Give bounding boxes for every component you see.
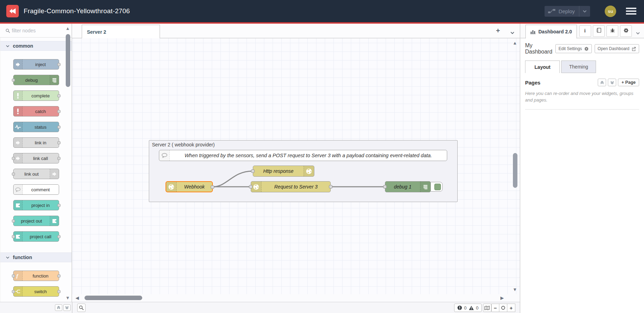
palette-node-catch[interactable]: catch	[13, 106, 59, 117]
scroll-right-arrow[interactable]: ▶	[500, 295, 504, 300]
sidebar-tabs-caret[interactable]	[636, 30, 640, 36]
input-port[interactable]	[383, 185, 387, 188]
pulse-icon	[14, 122, 23, 132]
palette-node-complete[interactable]: complete	[13, 90, 59, 101]
output-port[interactable]	[57, 63, 61, 66]
horizontal-scrollbar-thumb[interactable]	[84, 296, 142, 300]
flow-node-debug-1[interactable]: debug 1	[385, 181, 431, 192]
navigator-map-button[interactable]	[483, 304, 491, 312]
move-page-up-button[interactable]	[598, 79, 606, 86]
comment-node[interactable]: When triggered by the sensors, send a PO…	[159, 150, 447, 161]
output-port[interactable]	[57, 157, 61, 160]
palette-node-project-out[interactable]: project out	[13, 216, 59, 226]
palette-node-link-call[interactable]: link call	[13, 153, 59, 163]
palette-node-debug[interactable]: debug	[13, 75, 59, 85]
output-port[interactable]	[57, 274, 61, 278]
flow-list-caret[interactable]	[510, 29, 514, 35]
deploy-options-caret[interactable]	[579, 6, 590, 17]
deploy-button[interactable]: Deploy	[545, 6, 590, 17]
open-dashboard-button[interactable]: Open Dashboard	[595, 44, 639, 53]
page-title: Fragile-Common-Yellowthroat-2706	[24, 7, 130, 15]
debug-enable-toggle[interactable]	[429, 182, 443, 192]
zoom-out-button[interactable]: −	[491, 304, 499, 312]
external-link-icon	[631, 47, 636, 51]
palette-search[interactable]	[0, 24, 72, 38]
output-port[interactable]	[57, 290, 61, 293]
output-port[interactable]	[57, 204, 61, 207]
sidebar-tab-bug[interactable]	[606, 25, 618, 37]
warning-triangle-icon	[469, 306, 474, 310]
input-port[interactable]	[12, 157, 15, 160]
output-port[interactable]	[57, 94, 61, 97]
debug-list-icon	[50, 75, 59, 85]
flow-node-label: Request to Server 3	[261, 182, 330, 192]
vertical-scrollbar-thumb[interactable]	[513, 153, 517, 188]
tab-dashboard-2.0[interactable]: Dashboard 2.0	[525, 25, 577, 39]
dashboard-subtabs: Layout Theming	[525, 61, 639, 73]
input-port[interactable]	[12, 290, 15, 293]
output-port[interactable]	[329, 185, 332, 188]
tab-layout[interactable]: Layout	[525, 61, 560, 73]
palette-node-project-call[interactable]: project call	[13, 231, 59, 242]
input-port[interactable]	[12, 79, 15, 82]
book-icon	[596, 28, 602, 34]
flow-tab-server-2[interactable]: Server 2	[82, 25, 160, 39]
palette-node-link-out[interactable]: link out	[13, 169, 59, 179]
sidebar-tab-book[interactable]	[593, 25, 605, 37]
output-port[interactable]	[57, 110, 61, 113]
scroll-down-arrow[interactable]: ▼	[513, 287, 517, 292]
palette-scroll-down-arrow[interactable]: ▼	[65, 295, 70, 300]
input-port[interactable]	[249, 185, 252, 188]
tab-theming[interactable]: Theming	[561, 61, 596, 73]
svg-text:f: f	[16, 273, 19, 279]
input-port[interactable]	[12, 219, 15, 223]
palette-node-switch[interactable]: switch	[13, 286, 59, 297]
canvas-search-button[interactable]	[77, 304, 86, 312]
palette-category-function[interactable]: function	[0, 252, 72, 262]
add-flow-button[interactable]: +	[493, 26, 502, 35]
palette-node-label: project out	[14, 216, 50, 226]
output-port[interactable]	[57, 141, 61, 144]
wire-webhook-to-http-response[interactable]	[213, 171, 252, 187]
flow-node-webhook[interactable]: Webhook	[166, 181, 213, 192]
palette-scroll-up-arrow[interactable]: ▲	[65, 26, 70, 31]
sidebar-tab-info[interactable]: i	[579, 25, 591, 37]
filter-nodes-input[interactable]	[12, 26, 67, 35]
scroll-up-arrow[interactable]: ▲	[513, 40, 517, 46]
palette-node-status[interactable]: status	[13, 122, 59, 132]
palette-node-link-in[interactable]: link in	[13, 137, 59, 148]
user-avatar[interactable]: su	[605, 6, 616, 17]
expand-palette-categories-button[interactable]	[63, 304, 71, 311]
input-port[interactable]	[12, 235, 15, 238]
main-menu-button[interactable]	[626, 6, 636, 16]
output-port[interactable]	[57, 235, 61, 238]
flow-canvas[interactable]: Server 2 ( webhook provider) When trigge…	[72, 38, 520, 302]
palette-node-inject[interactable]: inject	[13, 59, 59, 70]
palette-node-function[interactable]: ffunction	[13, 271, 59, 281]
output-port[interactable]	[57, 126, 61, 129]
palette-node-comment[interactable]: comment	[13, 184, 59, 195]
flow-node-http-response[interactable]: Http response	[253, 166, 314, 177]
input-port[interactable]	[12, 274, 15, 278]
palette-scrollbar-thumb[interactable]	[66, 34, 70, 87]
gear-icon	[623, 28, 629, 34]
palette-node-project-in[interactable]: project in	[13, 200, 59, 210]
add-page-label: Page	[625, 80, 636, 85]
palette-node-list: commoninjectdebugcompletecatchstatuslink…	[0, 38, 72, 302]
zoom-in-button[interactable]: +	[507, 304, 515, 312]
edit-settings-button[interactable]: Edit Settings	[555, 44, 591, 53]
comment-text: When triggered by the sensors, send a PO…	[170, 150, 447, 161]
collapse-palette-categories-button[interactable]	[55, 304, 62, 311]
pages-description: Here you can re-order and move your widg…	[525, 90, 640, 104]
input-port[interactable]	[251, 169, 255, 173]
scroll-left-arrow[interactable]: ◀	[75, 295, 79, 300]
add-page-button[interactable]: + Page	[618, 79, 639, 86]
notifications-status-button[interactable]: 0 0	[454, 304, 482, 312]
move-page-down-button[interactable]	[608, 79, 616, 86]
input-port[interactable]	[12, 172, 15, 176]
palette-category-common[interactable]: common	[0, 41, 72, 51]
output-port[interactable]	[211, 185, 214, 189]
sidebar-tab-gear[interactable]	[620, 25, 632, 37]
zoom-reset-button[interactable]	[499, 304, 507, 312]
flow-node-request-to-server-3[interactable]: Request to Server 3	[251, 181, 331, 192]
